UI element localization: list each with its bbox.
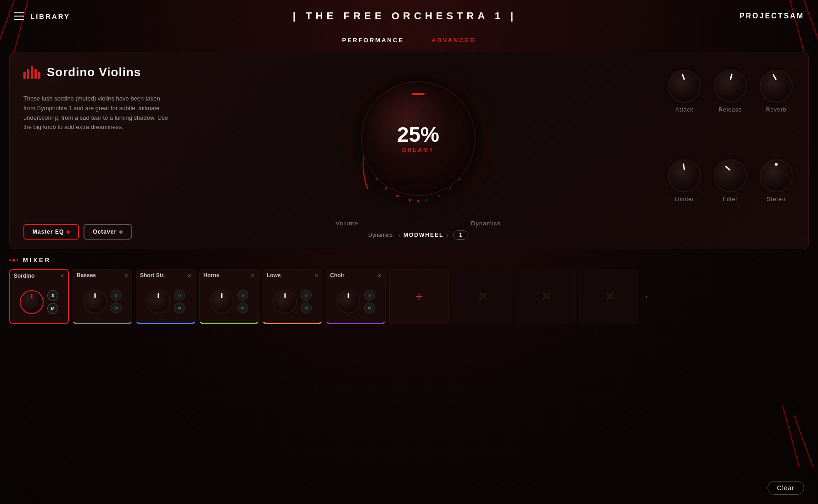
big-knob-container[interactable]: 25% DREAMY: [340, 61, 496, 216]
svg-point-5: [409, 199, 411, 202]
mixer-title: MIXER: [23, 257, 51, 263]
attack-label: Attack: [675, 106, 693, 113]
filter-knob[interactable]: [714, 159, 747, 192]
track-basses[interactable]: Basses × S M: [73, 269, 132, 324]
track-choir-knob-area: S M: [326, 280, 385, 323]
release-label: Release: [718, 106, 742, 113]
track-short-str-close[interactable]: ×: [188, 272, 191, 279]
release-knob[interactable]: [714, 70, 747, 103]
track-short-str-mute[interactable]: M: [174, 302, 185, 314]
track-horns-close[interactable]: ×: [251, 272, 255, 279]
release-knob-indicator: [730, 73, 733, 80]
track-basses-solo[interactable]: S: [111, 290, 122, 301]
instrument-buttons: Master EQ Octaver: [23, 224, 170, 240]
master-eq-button[interactable]: Master EQ: [23, 224, 79, 240]
info-panel: Sordino Violins These lush sordino (mute…: [23, 65, 170, 240]
track-sordino-close[interactable]: ×: [61, 273, 64, 279]
tabs-row: PERFORMANCE ADVANCED: [0, 32, 818, 52]
main-knob[interactable]: 25% DREAMY: [361, 81, 476, 196]
tab-performance[interactable]: PERFORMANCE: [342, 35, 404, 45]
mixer-icon: [9, 259, 18, 262]
add-plus-icon: +: [415, 290, 423, 303]
track-horns-mute[interactable]: M: [237, 302, 248, 314]
track-lows[interactable]: Lows × S M: [263, 269, 322, 324]
clear-button[interactable]: Clear: [768, 481, 804, 495]
track-lows-close[interactable]: ×: [314, 272, 318, 279]
empty-track-1: ✕: [453, 269, 512, 324]
tab-advanced[interactable]: ADVANCED: [431, 35, 476, 45]
track-basses-buttons: S M: [111, 290, 122, 314]
reverb-label: Reverb: [766, 106, 787, 113]
track-short-str-buttons: S M: [174, 290, 185, 314]
limiter-label: Limiter: [674, 196, 694, 202]
knob-area: 25% DREAMY Volume Dynamics Dynamics: ‹ M…: [179, 65, 657, 240]
track-basses-knob[interactable]: [83, 290, 107, 314]
dynamics-row: Dynamics: ‹ MODWHEEL › 1: [368, 230, 468, 240]
track-short-str-indicator: [158, 293, 159, 298]
track-sordino-header: Sordino ×: [10, 270, 68, 281]
stereo-knob[interactable]: [760, 159, 793, 192]
svg-point-6: [417, 200, 420, 202]
track-choir-name: Choir: [330, 272, 344, 279]
svg-point-3: [385, 187, 387, 190]
track-horns-solo[interactable]: S: [237, 290, 248, 301]
track-choir-indicator: [348, 293, 349, 298]
main-panel: Sordino Violins These lush sordino (mute…: [9, 52, 809, 249]
dynamics-control: ‹ MODWHEEL ›: [398, 231, 448, 239]
track-horns-name: Horns: [203, 272, 219, 279]
track-choir-knob[interactable]: [336, 290, 360, 314]
app-title: | THE FREE ORCHESTRA 1 |: [70, 10, 740, 22]
stereo-label: Stereo: [767, 196, 785, 202]
track-short-str-solo[interactable]: S: [174, 290, 185, 301]
track-sordino-mute[interactable]: M: [47, 303, 58, 314]
track-basses-close[interactable]: ×: [124, 272, 128, 279]
dynamics-next[interactable]: ›: [446, 231, 448, 239]
stereo-knob-group: Stereo: [758, 159, 795, 240]
brand-name: PROJECTSAM: [740, 12, 804, 20]
dynamics-prev[interactable]: ‹: [398, 231, 401, 239]
empty-x-2: ✕: [541, 289, 551, 304]
limiter-knob-indicator: [683, 163, 685, 170]
menu-button[interactable]: [14, 12, 24, 20]
track-basses-mute[interactable]: M: [111, 302, 122, 314]
track-lows-mute[interactable]: M: [301, 302, 312, 314]
instrument-header: Sordino Violins: [23, 65, 170, 79]
track-lows-solo[interactable]: S: [301, 290, 312, 301]
library-label: LIBRARY: [30, 12, 70, 20]
track-choir-solo[interactable]: S: [364, 290, 375, 301]
track-basses-header: Basses ×: [73, 269, 132, 280]
track-lows-knob[interactable]: [273, 290, 297, 314]
octaver-button[interactable]: Octaver: [84, 224, 132, 240]
limiter-knob[interactable]: [668, 159, 701, 192]
track-sordino[interactable]: Sordino × S M: [9, 269, 69, 324]
track-sordino-knob[interactable]: [20, 290, 44, 314]
track-horns-indicator: [221, 293, 223, 298]
dynamics-value: MODWHEEL: [403, 232, 443, 238]
track-horns-buttons: S M: [237, 290, 248, 314]
track-horns[interactable]: Horns × S M: [199, 269, 259, 324]
mixer-scroll-right[interactable]: ›: [642, 293, 651, 300]
track-choir-mute[interactable]: M: [364, 302, 375, 314]
dynamics-label: Dynamics: [471, 220, 501, 227]
track-basses-indicator: [95, 293, 96, 298]
track-horns-knob-area: S M: [200, 280, 258, 323]
track-lows-name: Lows: [267, 272, 281, 279]
instrument-description: These lush sordino (muted) violins have …: [23, 94, 170, 215]
attack-knob[interactable]: [668, 70, 701, 103]
instrument-name: Sordino Violins: [47, 65, 141, 79]
knob-value: 25%: [397, 124, 439, 145]
track-sordino-buttons: S M: [47, 290, 58, 314]
track-choir[interactable]: Choir × S M: [326, 269, 386, 324]
track-choir-close[interactable]: ×: [378, 272, 381, 279]
reverb-knob-group: Reverb: [758, 70, 795, 150]
track-sordino-solo[interactable]: S: [47, 290, 58, 301]
reverb-knob[interactable]: [760, 70, 793, 103]
svg-point-9: [449, 187, 452, 190]
add-track-button[interactable]: +: [389, 269, 449, 324]
track-horns-knob[interactable]: [210, 290, 234, 314]
track-short-str[interactable]: Short Str. × S M: [136, 269, 196, 324]
track-choir-header: Choir ×: [326, 269, 385, 280]
dynamics-text-label: Dynamics:: [368, 232, 394, 238]
svg-point-7: [425, 199, 428, 202]
track-short-str-knob[interactable]: [146, 290, 170, 314]
